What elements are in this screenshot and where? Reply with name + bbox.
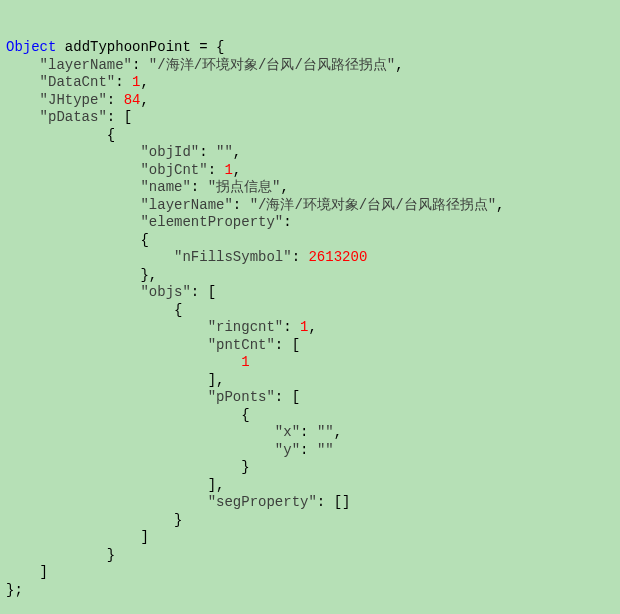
code-block: Object addTyphoonPoint = { "layerName": …	[6, 39, 614, 599]
